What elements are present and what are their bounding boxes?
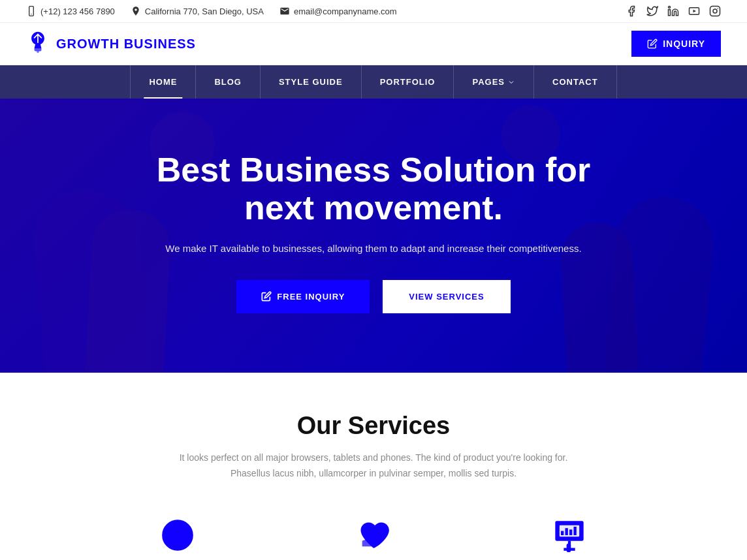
chevron-down-icon [507,78,515,86]
services-subtitle: It looks perfect on all major browsers, … [178,450,569,482]
svg-point-16 [176,526,180,531]
svg-rect-5 [710,7,720,16]
svg-marker-4 [693,10,697,13]
facebook-icon[interactable] [626,5,637,17]
view-services-button[interactable]: VIEW SERVICES [383,280,510,313]
hero-subtitle: We make IT available to businesses, allo… [132,241,615,257]
bulb-pin-icon [26,31,50,54]
heart-hand-icon-container [353,514,394,556]
inquiry-label: INQUIRY [663,39,705,49]
svg-rect-24 [569,529,572,535]
address-item: California 770, San Diego, USA [131,6,264,16]
youtube-icon[interactable] [688,5,700,17]
address-text: California 770, San Diego, USA [145,7,264,16]
phone-text: (+12) 123 456 7890 [40,7,115,16]
logo-icon [26,31,50,57]
services-grid: Strategy Growth Grow Business [26,514,721,560]
view-services-label: VIEW SERVICES [409,292,484,302]
service-proudly-speech: Proudly Speech [491,514,648,560]
nav-contact[interactable]: CONTACT [534,65,617,99]
main-nav: HOME BLOG STYLE GUIDE PORTFOLIO PAGES CO… [0,65,747,99]
svg-rect-25 [574,527,577,535]
phone-icon [26,6,37,16]
nav-pages[interactable]: PAGES [454,65,534,99]
svg-point-1 [31,14,31,14]
edit-small-icon [261,291,272,302]
phone-item: (+12) 123 456 7890 [26,6,115,16]
nav-portfolio[interactable]: PORTFOLIO [362,65,454,99]
nav-pages-label: PAGES [472,77,505,87]
nav-blog[interactable]: BLOG [196,65,261,99]
presentation-icon [552,518,586,552]
presentation-icon-container [548,514,590,556]
top-bar-left: (+12) 123 456 7890 California 770, San D… [26,6,397,16]
logo-text: GROWTH BUSINESS [56,37,196,52]
svg-rect-21 [567,544,571,552]
hero-section: Best Business Solution for next movement… [0,99,747,373]
email-item: email@companyname.com [279,6,397,16]
nav-portfolio-label: PORTFOLIO [380,77,436,87]
inquiry-button[interactable]: INQUIRY [631,31,721,57]
svg-rect-22 [561,531,564,535]
svg-point-8 [37,51,39,54]
compass-icon-container [157,514,199,556]
email-text: email@companyname.com [294,7,397,16]
email-icon [279,6,290,16]
free-inquiry-button[interactable]: FREE INQUIRY [236,280,370,313]
svg-rect-23 [565,528,568,535]
instagram-icon[interactable] [709,5,721,17]
service-strategy-growth: Strategy Growth [99,514,256,560]
header: GROWTH BUSINESS INQUIRY [0,23,747,65]
top-bar: (+12) 123 456 7890 California 770, San D… [0,0,747,23]
service-grow-business: Grow Business [295,514,452,560]
twitter-icon[interactable] [646,5,658,17]
social-icons [626,5,721,17]
hero-buttons: FREE INQUIRY VIEW SERVICES [132,280,615,313]
svg-point-7 [717,8,718,9]
nav-blog-label: BLOG [214,77,242,87]
logo[interactable]: GROWTH BUSINESS [26,31,196,57]
free-inquiry-label: FREE INQUIRY [277,292,345,302]
nav-style-guide-label: STYLE GUIDE [279,77,343,87]
services-title: Our Services [26,412,721,440]
edit-icon [647,39,658,49]
nav-contact-label: CONTACT [552,77,598,87]
compass-icon [161,518,195,552]
services-section: Our Services It looks perfect on all maj… [0,373,747,560]
heart-hand-icon [357,518,390,552]
svg-point-2 [669,7,671,8]
nav-home-label: HOME [149,77,177,87]
nav-style-guide[interactable]: STYLE GUIDE [261,65,362,99]
nav-home[interactable]: HOME [130,65,196,99]
hero-title: Best Business Solution for next movement… [132,151,615,226]
hero-content: Best Business Solution for next movement… [119,112,628,358]
location-icon [131,6,141,16]
linkedin-icon[interactable] [667,5,679,17]
svg-point-6 [713,9,717,13]
